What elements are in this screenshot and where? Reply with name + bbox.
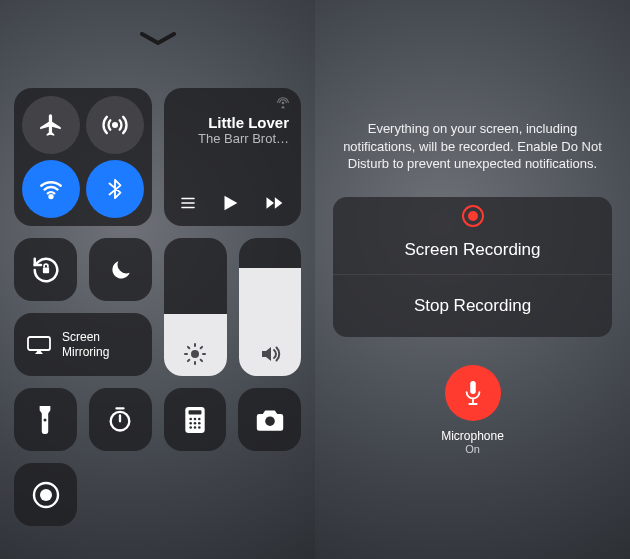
play-icon[interactable] xyxy=(219,192,241,214)
svg-rect-6 xyxy=(42,267,48,273)
calculator-icon xyxy=(184,406,206,434)
wifi-icon xyxy=(38,176,64,202)
moon-icon xyxy=(108,257,134,283)
screen-recording-panel: Everything on your screen, including not… xyxy=(315,0,630,559)
svg-rect-33 xyxy=(470,381,476,394)
svg-point-29 xyxy=(198,426,201,429)
screen-recording-menu: Screen Recording Stop Recording xyxy=(333,197,612,337)
forward-icon[interactable] xyxy=(261,193,287,213)
svg-line-13 xyxy=(188,347,189,348)
screen-mirroring-label: Screen Mirroring xyxy=(62,330,109,359)
svg-point-8 xyxy=(191,350,199,358)
orientation-lock-icon xyxy=(31,255,61,285)
queue-icon[interactable] xyxy=(178,194,198,212)
microphone-state: On xyxy=(333,443,612,455)
record-icon xyxy=(31,480,61,510)
screen-mirroring-icon xyxy=(26,335,52,355)
microphone-icon xyxy=(462,379,484,407)
screen-mirroring-button[interactable]: Screen Mirroring xyxy=(14,313,152,376)
svg-line-16 xyxy=(201,347,202,348)
svg-point-24 xyxy=(189,421,192,424)
screen-record-button[interactable] xyxy=(14,463,77,526)
record-indicator-icon xyxy=(462,205,484,227)
svg-line-15 xyxy=(188,360,189,361)
svg-point-27 xyxy=(189,426,192,429)
microphone-toggle[interactable] xyxy=(445,365,501,421)
svg-point-2 xyxy=(282,102,284,104)
stop-recording-button[interactable]: Stop Recording xyxy=(333,275,612,337)
svg-point-21 xyxy=(189,417,192,420)
cellular-data-button[interactable] xyxy=(86,96,144,154)
now-playing-tile[interactable]: Little Lover The Barr Brot… xyxy=(164,88,301,226)
svg-point-30 xyxy=(265,416,275,426)
svg-line-14 xyxy=(201,360,202,361)
svg-rect-7 xyxy=(28,337,50,350)
now-playing-title: Little Lover xyxy=(176,114,289,131)
airplay-icon xyxy=(275,96,291,110)
svg-point-26 xyxy=(198,421,201,424)
orientation-lock-button[interactable] xyxy=(14,238,77,301)
do-not-disturb-button[interactable] xyxy=(89,238,152,301)
wifi-button[interactable] xyxy=(22,160,80,218)
screen-recording-notice: Everything on your screen, including not… xyxy=(339,120,606,173)
chevron-down-icon[interactable] xyxy=(138,32,178,46)
flashlight-icon xyxy=(36,405,54,435)
camera-button[interactable] xyxy=(238,388,301,451)
svg-point-28 xyxy=(194,426,197,429)
flashlight-button[interactable] xyxy=(14,388,77,451)
timer-button[interactable] xyxy=(89,388,152,451)
svg-point-17 xyxy=(44,418,47,421)
cellular-icon xyxy=(101,111,129,139)
volume-slider[interactable] xyxy=(239,238,302,376)
timer-icon xyxy=(106,406,134,434)
airplane-icon xyxy=(38,112,64,138)
control-center-panel: Little Lover The Barr Brot… xyxy=(0,0,315,559)
volume-icon xyxy=(257,342,283,366)
svg-point-22 xyxy=(194,417,197,420)
bluetooth-button[interactable] xyxy=(86,160,144,218)
airplane-mode-button[interactable] xyxy=(22,96,80,154)
camera-icon xyxy=(255,408,285,432)
stop-recording-label: Stop Recording xyxy=(414,296,531,316)
svg-point-0 xyxy=(113,123,117,127)
svg-point-1 xyxy=(49,195,52,198)
calculator-button[interactable] xyxy=(164,388,227,451)
svg-point-32 xyxy=(40,489,52,501)
screen-recording-option[interactable]: Screen Recording xyxy=(333,197,612,275)
svg-rect-20 xyxy=(188,410,201,414)
microphone-label: Microphone xyxy=(333,429,612,443)
bluetooth-icon xyxy=(104,176,126,202)
connectivity-tile[interactable] xyxy=(14,88,152,226)
brightness-icon xyxy=(183,342,207,366)
brightness-slider[interactable] xyxy=(164,238,227,376)
screen-recording-label: Screen Recording xyxy=(404,240,540,260)
now-playing-artist: The Barr Brot… xyxy=(176,131,289,146)
svg-point-25 xyxy=(194,421,197,424)
svg-point-23 xyxy=(198,417,201,420)
